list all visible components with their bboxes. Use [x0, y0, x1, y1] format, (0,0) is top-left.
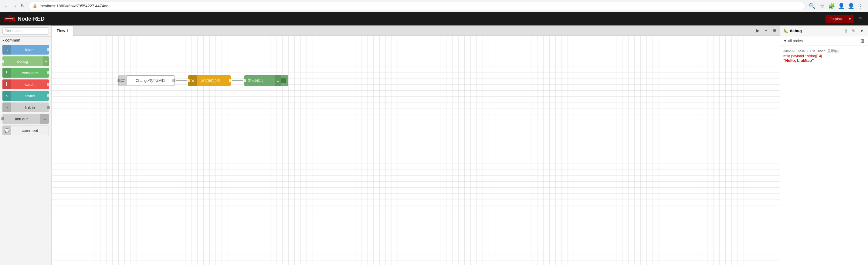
- sidebar-item-link-in[interactable]: → link in: [2, 102, 49, 112]
- debug-info-button[interactable]: ℹ: [842, 28, 849, 34]
- debug-panel-header: 🐛 debug ℹ ✎ ▾: [780, 26, 868, 36]
- reload-button[interactable]: ↻: [20, 3, 26, 9]
- account-button[interactable]: 👤: [847, 2, 855, 10]
- link-out-port-left: [1, 117, 4, 120]
- debug-msg-node: node: 显示输出: [818, 49, 841, 53]
- category-caret-icon: ▾: [2, 39, 4, 42]
- app-container: Node-RED Deploy ▾ ≡ ▾ common: [0, 12, 868, 265]
- inject-label: inject: [11, 47, 49, 52]
- link-in-icon: →: [2, 102, 11, 112]
- change-node-label: Change使用示例1: [127, 78, 174, 84]
- debug-flow-node[interactable]: 显示输出 ≡: [244, 75, 288, 86]
- debug-port-left: [1, 60, 4, 63]
- flow-run-button[interactable]: ▶: [754, 27, 761, 34]
- debug-node-menu: ≡: [275, 75, 281, 86]
- debug-msg-key: msg.payload : string[14]: [783, 54, 865, 58]
- flow-tabs: Flow 1 ▶ ＋ ≡: [52, 26, 780, 36]
- deploy-dropdown-button[interactable]: ▾: [846, 15, 854, 23]
- flow-connectors: [52, 36, 780, 265]
- debug-filter-button[interactable]: ▼ all nodes: [783, 39, 803, 43]
- change-node-port-right: [173, 79, 176, 82]
- search-browser-button[interactable]: 🔍: [808, 2, 816, 10]
- debug-node-label: 显示输出: [244, 78, 275, 84]
- sidebar-item-comment[interactable]: 💬 comment: [2, 126, 49, 135]
- inject-icon: →: [2, 45, 11, 55]
- debug-filter-label: all nodes: [788, 39, 803, 43]
- sidebar-item-catch[interactable]: ! catch: [2, 79, 49, 89]
- debug-content: 3/8/2020, 5:34:50 PM node: 显示输出 msg.payl…: [780, 46, 868, 265]
- flow-tab-1[interactable]: Flow 1: [52, 26, 73, 36]
- toolbar-left: Node-RED: [4, 15, 44, 22]
- debug-settings-button[interactable]: ✎: [850, 28, 857, 34]
- browser-actions: 🔍 ☆ 🧩 👤 👤 ⋮: [808, 2, 864, 10]
- main-content: ▾ common → inject debug ≡ ! complete: [0, 26, 868, 265]
- app-name: Node-RED: [18, 16, 44, 22]
- browser-chrome: ← → ↻ 🔒 localhost:1880/#flow/73554227.44…: [0, 0, 868, 12]
- sidebar-item-inject[interactable]: → inject: [2, 45, 49, 55]
- category-common-header[interactable]: ▾ common: [0, 37, 51, 44]
- debug-node-indicator: [281, 78, 286, 83]
- debug-message-1: 3/8/2020, 5:34:50 PM node: 显示输出 msg.payl…: [783, 49, 865, 63]
- extension-button[interactable]: 🧩: [828, 2, 835, 10]
- debug-clear-button[interactable]: 🗑: [860, 38, 865, 44]
- flow-tab-1-label: Flow 1: [57, 29, 68, 33]
- flow-canvas[interactable]: Change使用示例1 ✕ 设定固定值 显示输出 ≡: [52, 36, 780, 265]
- flow-add-button[interactable]: ＋: [763, 27, 770, 34]
- complete-label: complete: [11, 71, 49, 75]
- debug-msg-value: "Hello, LiuMiao": [783, 58, 865, 63]
- link-out-icon: →: [40, 114, 49, 124]
- change-node-port-left: [118, 79, 121, 82]
- menu-dots-button[interactable]: ⋮: [857, 2, 864, 10]
- category-label: common: [5, 38, 20, 42]
- link-in-port-right: [47, 106, 50, 109]
- debug-node-port-left: [243, 79, 246, 82]
- change-arrows-icon: [121, 78, 125, 83]
- sidebar-item-status[interactable]: ∿ status: [2, 91, 49, 101]
- function-node-port-left: [187, 79, 190, 82]
- deploy-button[interactable]: Deploy: [826, 15, 846, 23]
- comment-icon: 💬: [3, 126, 11, 135]
- debug-title-text: debug: [790, 29, 802, 33]
- complete-port-right: [47, 71, 50, 74]
- sidebar-item-link-out[interactable]: link out →: [2, 114, 49, 124]
- bookmark-button[interactable]: ☆: [818, 2, 826, 10]
- function-node-label: 设定固定值: [197, 78, 231, 84]
- back-button[interactable]: ←: [4, 3, 10, 9]
- hamburger-menu-button[interactable]: ≡: [856, 14, 864, 24]
- debug-collapse-button[interactable]: ▾: [858, 28, 865, 34]
- url-text: localhost:1880/#flow/73554227.4474dc: [40, 4, 108, 8]
- debug-header-actions: ℹ ✎ ▾: [842, 28, 865, 34]
- filter-nodes-input[interactable]: [2, 27, 49, 35]
- change-flow-node[interactable]: Change使用示例1: [118, 75, 175, 86]
- lock-icon: 🔒: [32, 4, 37, 8]
- address-bar[interactable]: 🔒 localhost:1880/#flow/73554227.4474dc: [29, 2, 805, 10]
- sidebar-item-debug[interactable]: debug ≡: [2, 56, 49, 66]
- sidebar-item-complete[interactable]: ! complete: [2, 68, 49, 78]
- deploy-label: Deploy: [830, 17, 842, 21]
- debug-panel: 🐛 debug ℹ ✎ ▾ ▼ all nodes 🗑: [780, 26, 868, 265]
- filter-funnel-icon: ▼: [783, 39, 787, 43]
- browser-nav-buttons: ← → ↻: [4, 3, 26, 9]
- debug-msg-timestamp: 3/8/2020, 5:34:50 PM: [783, 49, 815, 53]
- debug-title-icon: 🐛: [783, 29, 788, 33]
- flow-list-button[interactable]: ≡: [771, 27, 778, 34]
- deploy-button-group: Deploy ▾: [826, 15, 854, 23]
- flow-area: Flow 1 ▶ ＋ ≡: [52, 26, 780, 265]
- comment-label: comment: [11, 128, 49, 133]
- function-node-port-right: [229, 79, 232, 82]
- debug-label: debug: [2, 59, 43, 64]
- catch-icon: !: [2, 79, 11, 89]
- function-flow-node[interactable]: ✕ 设定固定值: [188, 75, 231, 86]
- forward-button[interactable]: →: [11, 3, 18, 9]
- catch-label: catch: [11, 82, 49, 87]
- filter-nodes-container: [0, 26, 51, 37]
- nr-logo-icon: [4, 15, 15, 22]
- inject-port-right: [47, 48, 50, 51]
- status-port-right: [47, 94, 50, 97]
- status-icon: ∿: [2, 91, 11, 101]
- link-out-label: link out: [2, 117, 40, 121]
- catch-port-right: [47, 83, 50, 86]
- status-label: status: [11, 94, 49, 98]
- profile-button[interactable]: 👤: [838, 2, 845, 10]
- nr-logo: Node-RED: [4, 15, 44, 22]
